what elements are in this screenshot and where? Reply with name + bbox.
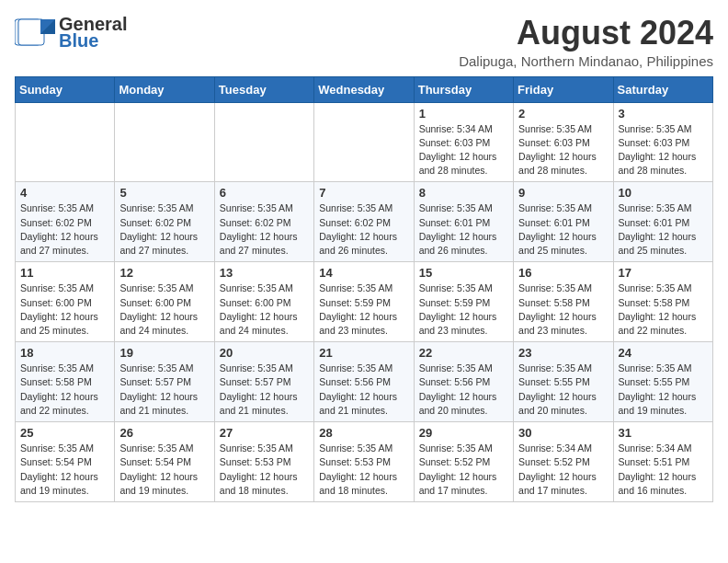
day-number: 1 xyxy=(419,107,508,121)
day-info: Sunrise: 5:35 AM Sunset: 5:59 PM Dayligh… xyxy=(419,282,508,338)
day-info: Sunrise: 5:35 AM Sunset: 5:52 PM Dayligh… xyxy=(419,442,508,498)
day-info: Sunrise: 5:35 AM Sunset: 6:02 PM Dayligh… xyxy=(119,201,209,258)
day-info: Sunrise: 5:35 AM Sunset: 5:53 PM Dayligh… xyxy=(319,442,408,498)
calendar-week-row: 4Sunrise: 5:35 AM Sunset: 6:02 PM Daylig… xyxy=(16,182,713,262)
day-number: 6 xyxy=(220,186,309,200)
day-info: Sunrise: 5:35 AM Sunset: 5:58 PM Dayligh… xyxy=(518,282,608,338)
day-number: 26 xyxy=(119,426,209,440)
day-number: 30 xyxy=(518,426,608,440)
weekday-header-tuesday: Tuesday xyxy=(214,76,313,102)
location-subtitle: Dalipuga, Northern Mindanao, Philippines xyxy=(459,53,713,69)
calendar-cell: 21Sunrise: 5:35 AM Sunset: 5:56 PM Dayli… xyxy=(314,342,414,422)
day-number: 3 xyxy=(619,107,708,121)
title-block: August 2024 Dalipuga, Northern Mindanao,… xyxy=(459,15,713,69)
logo: General Blue xyxy=(15,15,127,50)
weekday-header-thursday: Thursday xyxy=(414,76,513,102)
logo-blue: Blue xyxy=(59,31,127,50)
day-number: 28 xyxy=(319,426,408,440)
weekday-header-sunday: Sunday xyxy=(16,76,115,102)
calendar-cell: 28Sunrise: 5:35 AM Sunset: 5:53 PM Dayli… xyxy=(314,422,414,502)
calendar-cell: 30Sunrise: 5:34 AM Sunset: 5:52 PM Dayli… xyxy=(514,422,613,502)
calendar-cell xyxy=(214,102,313,182)
calendar-cell: 22Sunrise: 5:35 AM Sunset: 5:56 PM Dayli… xyxy=(414,342,513,422)
day-info: Sunrise: 5:35 AM Sunset: 6:02 PM Dayligh… xyxy=(220,201,309,258)
calendar-cell: 2Sunrise: 5:35 AM Sunset: 6:03 PM Daylig… xyxy=(514,102,613,182)
calendar-cell: 5Sunrise: 5:35 AM Sunset: 6:02 PM Daylig… xyxy=(115,182,214,262)
day-info: Sunrise: 5:35 AM Sunset: 5:58 PM Dayligh… xyxy=(20,362,109,418)
day-number: 13 xyxy=(220,266,309,280)
svg-rect-1 xyxy=(18,19,44,45)
page-header: General Blue August 2024 Dalipuga, North… xyxy=(15,15,713,69)
day-info: Sunrise: 5:35 AM Sunset: 5:56 PM Dayligh… xyxy=(319,362,408,418)
calendar-week-row: 11Sunrise: 5:35 AM Sunset: 6:00 PM Dayli… xyxy=(16,262,713,342)
weekday-header-row: SundayMondayTuesdayWednesdayThursdayFrid… xyxy=(16,76,713,102)
day-number: 4 xyxy=(20,186,109,200)
calendar-cell: 24Sunrise: 5:35 AM Sunset: 5:55 PM Dayli… xyxy=(613,342,712,422)
calendar-cell: 10Sunrise: 5:35 AM Sunset: 6:01 PM Dayli… xyxy=(613,182,712,262)
calendar-cell xyxy=(16,102,115,182)
day-number: 24 xyxy=(619,346,708,360)
calendar-cell: 13Sunrise: 5:35 AM Sunset: 6:00 PM Dayli… xyxy=(214,262,313,342)
day-number: 9 xyxy=(518,186,608,200)
day-info: Sunrise: 5:35 AM Sunset: 5:58 PM Dayligh… xyxy=(619,282,708,338)
day-info: Sunrise: 5:35 AM Sunset: 6:01 PM Dayligh… xyxy=(518,201,608,258)
calendar-cell: 27Sunrise: 5:35 AM Sunset: 5:53 PM Dayli… xyxy=(214,422,313,502)
calendar-cell: 8Sunrise: 5:35 AM Sunset: 6:01 PM Daylig… xyxy=(414,182,513,262)
day-number: 18 xyxy=(20,346,109,360)
calendar-cell xyxy=(314,102,414,182)
day-info: Sunrise: 5:35 AM Sunset: 5:57 PM Dayligh… xyxy=(220,362,309,418)
calendar-cell: 16Sunrise: 5:35 AM Sunset: 5:58 PM Dayli… xyxy=(514,262,613,342)
day-number: 29 xyxy=(419,426,508,440)
day-number: 20 xyxy=(220,346,309,360)
day-info: Sunrise: 5:35 AM Sunset: 6:02 PM Dayligh… xyxy=(319,201,408,258)
day-info: Sunrise: 5:35 AM Sunset: 5:59 PM Dayligh… xyxy=(319,282,408,338)
calendar-cell: 3Sunrise: 5:35 AM Sunset: 6:03 PM Daylig… xyxy=(613,102,712,182)
calendar-cell: 14Sunrise: 5:35 AM Sunset: 5:59 PM Dayli… xyxy=(314,262,414,342)
day-info: Sunrise: 5:34 AM Sunset: 5:51 PM Dayligh… xyxy=(619,442,708,498)
calendar-cell: 7Sunrise: 5:35 AM Sunset: 6:02 PM Daylig… xyxy=(314,182,414,262)
day-number: 22 xyxy=(419,346,508,360)
day-info: Sunrise: 5:34 AM Sunset: 5:52 PM Dayligh… xyxy=(518,442,608,498)
calendar-cell: 29Sunrise: 5:35 AM Sunset: 5:52 PM Dayli… xyxy=(414,422,513,502)
calendar-cell: 11Sunrise: 5:35 AM Sunset: 6:00 PM Dayli… xyxy=(16,262,115,342)
calendar-cell: 17Sunrise: 5:35 AM Sunset: 5:58 PM Dayli… xyxy=(613,262,712,342)
day-number: 23 xyxy=(518,346,608,360)
calendar-cell: 20Sunrise: 5:35 AM Sunset: 5:57 PM Dayli… xyxy=(214,342,313,422)
calendar-cell: 19Sunrise: 5:35 AM Sunset: 5:57 PM Dayli… xyxy=(115,342,214,422)
calendar-week-row: 1Sunrise: 5:34 AM Sunset: 6:03 PM Daylig… xyxy=(16,102,713,182)
day-number: 12 xyxy=(119,266,209,280)
day-number: 16 xyxy=(518,266,608,280)
day-info: Sunrise: 5:35 AM Sunset: 6:01 PM Dayligh… xyxy=(619,201,708,258)
day-info: Sunrise: 5:34 AM Sunset: 6:03 PM Dayligh… xyxy=(419,122,508,178)
weekday-header-monday: Monday xyxy=(115,76,214,102)
day-info: Sunrise: 5:35 AM Sunset: 6:03 PM Dayligh… xyxy=(518,122,608,178)
day-number: 14 xyxy=(319,266,408,280)
calendar-cell xyxy=(115,102,214,182)
day-info: Sunrise: 5:35 AM Sunset: 5:54 PM Dayligh… xyxy=(20,442,109,498)
day-info: Sunrise: 5:35 AM Sunset: 5:54 PM Dayligh… xyxy=(119,442,209,498)
calendar-cell: 23Sunrise: 5:35 AM Sunset: 5:55 PM Dayli… xyxy=(514,342,613,422)
logo-icon xyxy=(15,16,55,49)
day-number: 10 xyxy=(619,186,708,200)
day-info: Sunrise: 5:35 AM Sunset: 6:00 PM Dayligh… xyxy=(220,282,309,338)
day-number: 19 xyxy=(119,346,209,360)
calendar-cell: 6Sunrise: 5:35 AM Sunset: 6:02 PM Daylig… xyxy=(214,182,313,262)
day-number: 5 xyxy=(119,186,209,200)
day-number: 11 xyxy=(20,266,109,280)
day-number: 7 xyxy=(319,186,408,200)
day-number: 17 xyxy=(619,266,708,280)
calendar-cell: 26Sunrise: 5:35 AM Sunset: 5:54 PM Dayli… xyxy=(115,422,214,502)
day-info: Sunrise: 5:35 AM Sunset: 5:57 PM Dayligh… xyxy=(119,362,209,418)
day-number: 31 xyxy=(619,426,708,440)
calendar-cell: 1Sunrise: 5:34 AM Sunset: 6:03 PM Daylig… xyxy=(414,102,513,182)
weekday-header-wednesday: Wednesday xyxy=(314,76,414,102)
day-info: Sunrise: 5:35 AM Sunset: 5:56 PM Dayligh… xyxy=(419,362,508,418)
day-info: Sunrise: 5:35 AM Sunset: 6:03 PM Dayligh… xyxy=(619,122,708,178)
day-number: 15 xyxy=(419,266,508,280)
day-info: Sunrise: 5:35 AM Sunset: 6:00 PM Dayligh… xyxy=(119,282,209,338)
weekday-header-friday: Friday xyxy=(514,76,613,102)
calendar-cell: 4Sunrise: 5:35 AM Sunset: 6:02 PM Daylig… xyxy=(16,182,115,262)
calendar-cell: 18Sunrise: 5:35 AM Sunset: 5:58 PM Dayli… xyxy=(16,342,115,422)
day-info: Sunrise: 5:35 AM Sunset: 6:01 PM Dayligh… xyxy=(419,201,508,258)
day-number: 8 xyxy=(419,186,508,200)
